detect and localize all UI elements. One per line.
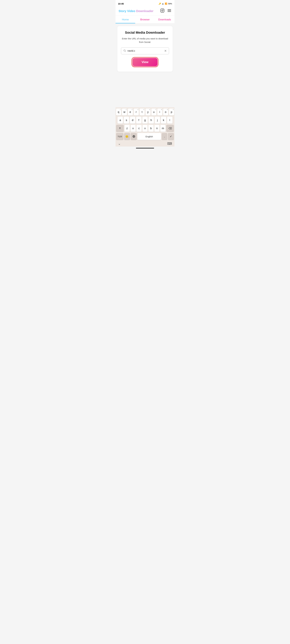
key-emoji[interactable]: 🙂, [124, 133, 130, 140]
view-button[interactable]: View [132, 58, 157, 66]
key-backspace[interactable] [166, 125, 174, 132]
key-icon: 🔑 [159, 2, 161, 5]
key-n[interactable]: n [154, 125, 160, 132]
keyboard: q1 w2 e3 r4 t5 y6 u7 i8 o9 p0 a s d f g … [116, 107, 174, 146]
key-y[interactable]: y6 [145, 108, 151, 116]
signal-icon: 📶 [165, 2, 167, 5]
main-card: Social Media Downloader Enter the URL of… [117, 26, 173, 72]
home-indicator [116, 146, 174, 150]
key-l[interactable]: l [167, 117, 172, 124]
key-b[interactable]: b [148, 125, 154, 132]
key-space[interactable]: English [137, 133, 161, 140]
svg-point-2 [163, 9, 163, 10]
keyboard-bottom-bar: ⌄ ⌨ [116, 141, 174, 146]
keyboard-row-2: a s d f g h j k l [116, 117, 174, 124]
key-x[interactable]: x [131, 125, 136, 132]
title-part1: Story Video [119, 9, 135, 13]
key-s[interactable]: s [124, 117, 129, 124]
search-bar: ✕ [121, 48, 169, 54]
home-bar [136, 148, 154, 148]
app-title: Story Video Downloader [119, 9, 153, 13]
key-globe[interactable] [131, 133, 137, 140]
key-k[interactable]: k [161, 117, 166, 124]
section-description: Enter the URL of media you want to downl… [121, 37, 169, 44]
view-button-wrapper: View [121, 58, 169, 66]
battery-level: 59% [168, 2, 172, 5]
status-time: 10:45 [118, 2, 124, 5]
wifi-icon: ▲ [162, 2, 164, 5]
key-o[interactable]: o9 [163, 108, 168, 116]
section-title: Social Media Downloader [121, 31, 169, 34]
status-bar: 10:45 🔑 ▲ 📶 59% [116, 0, 174, 7]
tab-browser[interactable]: Browser [135, 16, 155, 24]
key-enter[interactable]: ✓ [168, 133, 174, 140]
keyboard-hide-button[interactable]: ⌄ [118, 142, 121, 146]
key-r[interactable]: r4 [134, 108, 139, 116]
keyboard-row-3: z x c v b n m [116, 125, 174, 132]
instagram-icon[interactable] [160, 8, 164, 14]
keyboard-row-4: ?123 🙂, English . ✓ [116, 133, 174, 140]
clear-button[interactable]: ✕ [164, 49, 167, 53]
key-e[interactable]: e3 [128, 108, 133, 116]
keyboard-row-1: q1 w2 e3 r4 t5 y6 u7 i8 o9 p0 [116, 108, 174, 116]
search-icon [123, 49, 126, 53]
key-period[interactable]: . [162, 133, 167, 140]
title-part2: Downloader [135, 9, 153, 13]
key-z[interactable]: z [124, 125, 130, 132]
tab-bar: Home Browser Downloads [116, 16, 174, 24]
key-c[interactable]: c [136, 125, 142, 132]
tab-downloads[interactable]: Downloads [155, 16, 174, 24]
keyboard-type-icon[interactable]: ⌨ [167, 142, 172, 146]
status-icons: 🔑 ▲ 📶 59% [159, 2, 172, 5]
header-icons [160, 8, 171, 14]
key-d[interactable]: d [130, 117, 135, 124]
tab-home[interactable]: Home [116, 16, 135, 24]
svg-rect-0 [161, 9, 164, 12]
svg-point-1 [162, 10, 163, 11]
key-u[interactable]: u7 [151, 108, 156, 116]
key-v[interactable]: v [142, 125, 148, 132]
key-h[interactable]: h [148, 117, 154, 124]
key-j[interactable]: j [155, 117, 160, 124]
key-g[interactable]: g [142, 117, 148, 124]
url-input[interactable] [127, 50, 164, 52]
key-shift[interactable] [116, 125, 124, 132]
app-header: Story Video Downloader [116, 7, 174, 16]
empty-content-area [116, 74, 174, 107]
key-num[interactable]: ?123 [116, 133, 123, 140]
key-p[interactable]: p0 [169, 108, 174, 116]
key-f[interactable]: f [136, 117, 142, 124]
key-a[interactable]: a [118, 117, 123, 124]
key-w[interactable]: w2 [122, 108, 127, 116]
key-t[interactable]: t5 [140, 108, 145, 116]
menu-icon[interactable] [167, 8, 171, 14]
svg-point-11 [133, 136, 135, 138]
key-i[interactable]: i8 [157, 108, 162, 116]
key-m[interactable]: m [160, 125, 166, 132]
key-q[interactable]: q1 [116, 108, 121, 116]
svg-line-7 [125, 51, 126, 52]
